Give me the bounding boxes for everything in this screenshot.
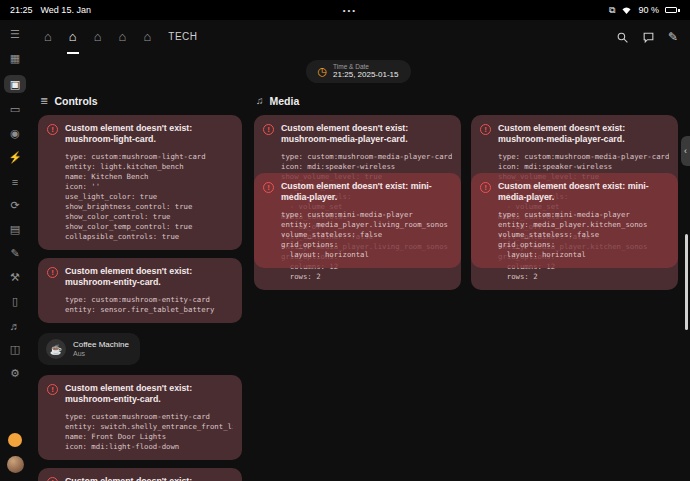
app-toolbar: ⌂ ⌂ ⌂ ⌂ ⌂ TECH ✎ [30, 20, 690, 54]
dashboard-icon: ▣ [10, 78, 20, 91]
search-icon[interactable] [616, 31, 629, 44]
tab-tech[interactable]: TECH [166, 20, 199, 54]
error-title: Custom element doesn't exist: mushroom-m… [498, 123, 669, 146]
error-config: type: custom:mushroom-entity-card entity… [65, 295, 233, 315]
tab-home-1[interactable]: ⌂ [42, 20, 54, 54]
error-title: Custom element doesn't exist: mushroom-l… [65, 123, 233, 146]
media-icon: ♬ [10, 320, 21, 332]
battery-percent: 90 % [638, 5, 659, 15]
chip-value: 21:25, 2025-01-15 [333, 70, 398, 79]
todo-icon: ≡ [12, 176, 18, 188]
error-card-media-player-kitchen: ! Custom element doesn't exist: mushroom… [471, 115, 678, 291]
warning-icon: ! [480, 182, 491, 193]
status-date: Wed 15. Jan [41, 5, 91, 15]
tab-home-5[interactable]: ⌂ [141, 20, 153, 54]
tab-home-2-active[interactable]: ⌂ [67, 20, 79, 54]
home-icon: ⌂ [143, 29, 151, 44]
storage-icon: ◫ [10, 343, 20, 356]
error-title: Custom element doesn't exist: mushroom-e… [65, 266, 233, 289]
sidebar-item-todo[interactable]: ≡ [5, 174, 25, 189]
sidebar-item-monitor[interactable]: ▭ [5, 102, 25, 117]
tab-tech-label: TECH [168, 31, 197, 42]
dashboard-content: ◷ Time & Date 21:25, 2025-01-15 ≣ Contro… [30, 54, 690, 481]
error-card-entity-christmas: ! Custom element doesn't exist: mushroom… [38, 468, 242, 481]
time-date-chip[interactable]: ◷ Time & Date 21:25, 2025-01-15 [306, 60, 411, 83]
warning-icon: ! [47, 384, 58, 395]
camera-icon: ◉ [10, 127, 20, 140]
clock-icon: ◷ [318, 65, 328, 78]
sidebar-item-tools[interactable]: ⚒ [5, 270, 25, 285]
chevron-left-icon: ‹ [684, 146, 687, 156]
error-card-entity-battery: ! Custom element doesn't exist: mushroom… [38, 258, 242, 323]
status-time: 21:25 [10, 5, 33, 15]
media-section-header: ♫ Media [256, 95, 678, 107]
notifications-badge-icon[interactable] [8, 433, 22, 447]
error-title: Custom element doesn't exist: mushroom-e… [65, 476, 233, 481]
sidebar-item-developer-tools[interactable]: ⚙ [5, 366, 25, 381]
error-card-mini-media-kitchen: ! Custom element doesn't exist: mini-med… [471, 173, 678, 268]
battery-icon [665, 7, 680, 13]
tab-home-4[interactable]: ⌂ [117, 20, 129, 54]
sidebar-item-logbook[interactable]: ✎ [5, 246, 25, 261]
status-menu-dots: ••• [91, 6, 609, 15]
controls-column: ≣ Controls ! Custom element doesn't exis… [38, 93, 242, 481]
controls-section-icon: ≣ [40, 95, 48, 106]
tablet-icon: ▯ [12, 295, 18, 308]
sidebar-rail: ☰ ▦ ▣ ▭ ◉ ⚡ ≡ ⟳ ▤ ✎ ⚒ ▯ ♬ ◫ ⚙ [0, 20, 30, 481]
status-bar: 21:25 Wed 15. Jan ••• ⧉ 90 % [0, 0, 690, 20]
developer-tools-icon: ⚙ [10, 367, 20, 380]
error-card-mini-media-living: ! Custom element doesn't exist: mini-med… [254, 173, 461, 268]
error-config: type: custom:mushroom-entity-card entity… [65, 412, 233, 452]
error-card-media-player-living: ! Custom element doesn't exist: mushroom… [254, 115, 461, 291]
calendar-icon: ▤ [10, 223, 20, 236]
error-title: Custom element doesn't exist: mushroom-e… [65, 383, 233, 406]
wifi-icon [621, 6, 632, 15]
media-living-room: ! Custom element doesn't exist: mushroom… [254, 115, 461, 299]
home-icon: ⌂ [119, 29, 127, 44]
tools-icon: ⚒ [10, 271, 20, 284]
sidebar-item-camera[interactable]: ◉ [5, 126, 25, 141]
menu-icon: ☰ [10, 28, 20, 41]
edit-dashboard-icon[interactable]: ✎ [668, 30, 678, 44]
sidebar-item-energy[interactable]: ⚡ [5, 150, 25, 165]
coffee-machine-card[interactable]: ☕ Coffee Machine Aus [38, 333, 140, 365]
overview-icon: ▦ [10, 52, 20, 65]
menu-button[interactable]: ☰ [5, 27, 25, 42]
home-assistant-dashboard: 21:25 Wed 15. Jan ••• ⧉ 90 % ☰ ▦ ▣ ▭ ◉ ⚡… [0, 0, 690, 481]
warning-icon: ! [47, 267, 58, 278]
sidebar-item-tablet[interactable]: ▯ [5, 294, 25, 309]
sidebar-item-calendar[interactable]: ▤ [5, 222, 25, 237]
error-config: type: custom:mini-media-player entity: m… [498, 210, 669, 260]
automations-icon: ⟳ [10, 199, 19, 212]
logbook-icon: ✎ [10, 247, 19, 260]
error-title: Custom element doesn't exist: mini-media… [281, 181, 452, 204]
error-title: Custom element doesn't exist: mushroom-m… [281, 123, 452, 146]
sidebar-item-automations[interactable]: ⟳ [5, 198, 25, 213]
sidebar-item-storage[interactable]: ◫ [5, 342, 25, 357]
tab-home-3[interactable]: ⌂ [92, 20, 104, 54]
error-config: type: custom:mini-media-player entity: m… [281, 210, 452, 260]
right-drawer-handle[interactable]: ‹ [681, 136, 690, 166]
monitor-icon: ▭ [10, 103, 20, 116]
controls-section-title: Controls [54, 95, 97, 107]
coffee-machine-state: Aus [73, 350, 129, 358]
scrollbar-thumb[interactable] [685, 234, 688, 330]
sidebar-item-overview[interactable]: ▦ [5, 51, 25, 66]
warning-icon: ! [47, 477, 58, 481]
controls-section-header: ≣ Controls [40, 95, 242, 107]
home-icon: ⌂ [44, 29, 52, 44]
media-section-icon: ♫ [256, 95, 264, 106]
home-icon: ⌂ [94, 29, 102, 44]
error-card-mushroom-light: ! Custom element doesn't exist: mushroom… [38, 115, 242, 250]
sidebar-item-media[interactable]: ♬ [5, 318, 25, 333]
media-kitchen: ! Custom element doesn't exist: mushroom… [471, 115, 678, 299]
coffee-maker-icon: ☕ [46, 339, 66, 359]
energy-icon: ⚡ [8, 151, 22, 164]
assist-chat-icon[interactable] [642, 31, 655, 44]
media-section-title: Media [270, 95, 300, 107]
sidebar-item-tech-dashboard[interactable]: ▣ [4, 75, 26, 93]
user-avatar[interactable] [7, 456, 24, 473]
media-column: ♫ Media ! Custom element doesn't exist: … [254, 93, 678, 481]
warning-icon: ! [263, 182, 274, 193]
coffee-machine-name: Coffee Machine [73, 340, 129, 349]
